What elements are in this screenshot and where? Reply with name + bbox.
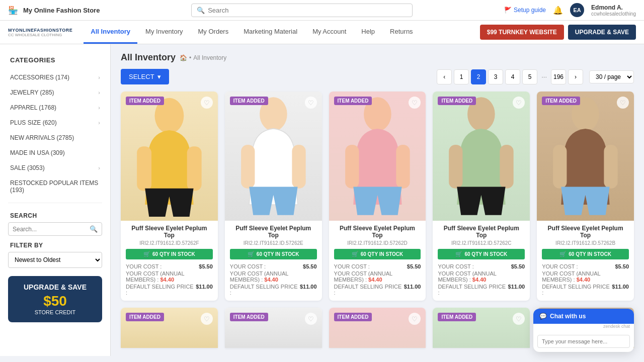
- chevron-right-icon: ›: [98, 165, 100, 171]
- flag-icon: 🚩: [504, 7, 512, 14]
- price-row-member: YOUR COST (ANNUAL MEMBERS) : $4.40: [230, 270, 317, 283]
- pagination-next[interactable]: ›: [568, 69, 583, 84]
- product-sku: IRI2.I2.IT91612.ID.57262F: [126, 240, 213, 246]
- promo-amount: $50: [15, 293, 95, 309]
- select-button[interactable]: SELECT ▾: [121, 69, 169, 84]
- product-image: [225, 92, 322, 221]
- chat-header[interactable]: 💬 Chat with us: [533, 309, 634, 324]
- nav-all-inventory[interactable]: All Inventory: [84, 21, 137, 44]
- sidebar-item-made-in-usa[interactable]: MADE IN USA (309): [0, 145, 110, 160]
- search-input[interactable]: [208, 7, 407, 14]
- price-row-cost: YOUR COST : $5.50: [126, 263, 213, 269]
- item-added-badge: ITEM ADDED: [230, 97, 268, 105]
- logo-text: MYONLINEFASHIONSTORE: [8, 28, 72, 33]
- svg-rect-4: [241, 145, 255, 189]
- search-box[interactable]: 🔍: [191, 4, 413, 17]
- stock-badge[interactable]: 🛒 60 QTY IN STOCK: [438, 249, 525, 259]
- heart-icon[interactable]: ♡: [201, 313, 213, 325]
- product-card: ITEM ADDED ♡: [225, 308, 322, 348]
- svg-rect-1: [137, 146, 151, 191]
- product-card: ITEM ADDED ♡ Puff Sleeve Eyelet Peplum T…: [329, 92, 426, 301]
- pagination-dots: ···: [539, 73, 549, 80]
- search-icon: 🔍: [197, 7, 205, 14]
- pagination-page-3[interactable]: 3: [488, 69, 503, 84]
- svg-rect-11: [500, 145, 514, 189]
- categories-title: CATEGORIES: [0, 52, 110, 70]
- nav-my-account[interactable]: My Account: [305, 21, 353, 44]
- pagination-last[interactable]: 196: [551, 69, 566, 84]
- item-added-badge: ITEM ADDED: [126, 313, 164, 321]
- pagination: ‹ 1 2 3 4 5 ··· 196 › 30 / page 60 / pag…: [437, 69, 634, 84]
- stock-badge[interactable]: 🛒 60 QTY IN STOCK: [230, 249, 317, 259]
- product-sku: IRI2.I2.IT91612.ID.57262C: [438, 240, 525, 246]
- nav-help[interactable]: Help: [354, 21, 382, 44]
- stock-badge[interactable]: 🛒 60 QTY IN STOCK: [334, 249, 421, 259]
- product-sku: IRI2.I2.IT91612.ID.57262B: [542, 240, 629, 246]
- product-info: Puff Sleeve Eyelet Peplum Top IRI2.I2.IT…: [433, 221, 530, 301]
- cart-icon: 🛒: [248, 251, 255, 257]
- nav-my-inventory[interactable]: My Inventory: [138, 21, 190, 44]
- sidebar-item-accessories[interactable]: ACCESSORIES (174) ›: [0, 70, 110, 85]
- heart-icon[interactable]: ♡: [305, 313, 317, 325]
- svg-rect-14: [604, 145, 618, 189]
- pagination-page-4[interactable]: 4: [505, 69, 520, 84]
- product-info: Puff Sleeve Eyelet Peplum Top IRI2.I2.IT…: [329, 221, 426, 301]
- item-added-badge: ITEM ADDED: [334, 97, 372, 105]
- stock-badge[interactable]: 🛒 60 QTY IN STOCK: [126, 249, 213, 259]
- sidebar-item-plus-size[interactable]: PLUS SIZE (620) ›: [0, 115, 110, 130]
- sort-select[interactable]: Newest to Oldest Oldest to Newest Price:…: [8, 252, 102, 268]
- topbar: 🏪 My Online Fashion Store 🔍 🚩 Setup guid…: [0, 0, 644, 21]
- svg-rect-8: [396, 145, 410, 189]
- sidebar-item-apparel[interactable]: APPAREL (1768) ›: [0, 100, 110, 115]
- breadcrumb-sep: •: [189, 54, 191, 61]
- topbar-right: 🚩 Setup guide 🔔 EA Edmond A. ccwholesale…: [504, 3, 636, 17]
- price-row-cost: YOUR COST : $5.50: [438, 263, 525, 269]
- setup-guide-link[interactable]: 🚩 Setup guide: [504, 7, 546, 14]
- sidebar-search-box[interactable]: 🔍: [8, 222, 102, 236]
- turnkey-button[interactable]: $99 TURNKEY WEBSITE: [480, 25, 564, 40]
- sidebar-item-sale[interactable]: SALE (3053) ›: [0, 160, 110, 175]
- store-title: My Online Fashion Store: [23, 7, 100, 14]
- sidebar-item-new-arrivals[interactable]: NEW ARRIVALS (2785): [0, 130, 110, 145]
- pagination-page-2[interactable]: 2: [471, 69, 486, 84]
- page-title: All Inventory: [121, 52, 176, 63]
- nav-returns[interactable]: Returns: [383, 21, 420, 44]
- product-card: ITEM ADDED ♡: [121, 308, 218, 348]
- chat-input[interactable]: [537, 335, 630, 348]
- price-row-cost: YOUR COST : $5.50: [542, 263, 629, 269]
- nav-my-orders[interactable]: My Orders: [191, 21, 236, 44]
- sidebar-search-input[interactable]: [13, 226, 90, 233]
- product-sku: IRI2.I2.IT91612.ID.57262D: [334, 240, 421, 246]
- user-email: ccwholesaleclothing: [591, 11, 636, 17]
- logo: MYONLINEFASHIONSTORE CC WHOLESALE CLOTHI…: [8, 28, 72, 37]
- heart-icon[interactable]: ♡: [513, 97, 525, 109]
- product-card: ITEM ADDED ♡: [433, 308, 530, 348]
- price-row-cost: YOUR COST : $5.50: [230, 263, 317, 269]
- item-added-badge: ITEM ADDED: [438, 313, 476, 321]
- svg-rect-10: [449, 145, 463, 189]
- upgrade-button[interactable]: UPGRADE & SAVE: [568, 25, 636, 40]
- heart-icon[interactable]: ♡: [305, 97, 317, 109]
- pagination-page-1[interactable]: 1: [454, 69, 469, 84]
- chevron-right-icon: ›: [98, 105, 100, 111]
- heart-icon[interactable]: ♡: [617, 97, 629, 109]
- stock-badge[interactable]: 🛒 60 QTY IN STOCK: [542, 249, 629, 259]
- pagination-page-5[interactable]: 5: [522, 69, 537, 84]
- heart-icon[interactable]: ♡: [201, 97, 213, 109]
- product-card: ITEM ADDED ♡ Puff Sleeve Eyelet Peplum T…: [225, 92, 322, 301]
- sidebar-item-restocked[interactable]: RESTOCKED POPULAR ITEMS (193): [0, 175, 110, 198]
- cart-icon: 🛒: [143, 251, 150, 257]
- breadcrumb-current: All Inventory: [193, 54, 226, 61]
- pagination-prev[interactable]: ‹: [437, 69, 452, 84]
- sidebar-item-jewelry[interactable]: JEWELRY (285) ›: [0, 85, 110, 100]
- sidebar: CATEGORIES ACCESSORIES (174) › JEWELRY (…: [0, 44, 111, 356]
- promo-banner[interactable]: UPGRADE & SAVE $50 STORE CREDIT: [8, 276, 102, 322]
- notification-bell-icon[interactable]: 🔔: [553, 6, 563, 15]
- logo-sub: CC WHOLESALE CLOTHING: [8, 33, 72, 37]
- chevron-right-icon: ›: [98, 120, 100, 126]
- price-row-default: DEFAULT SELLING PRICE : $11.00: [542, 284, 629, 296]
- cart-icon: 🛒: [559, 251, 567, 257]
- product-card: ITEM ADDED ♡: [329, 308, 426, 348]
- per-page-select[interactable]: 30 / page 60 / page 90 / page: [589, 70, 634, 83]
- nav-marketing-material[interactable]: Marketing Material: [236, 21, 304, 44]
